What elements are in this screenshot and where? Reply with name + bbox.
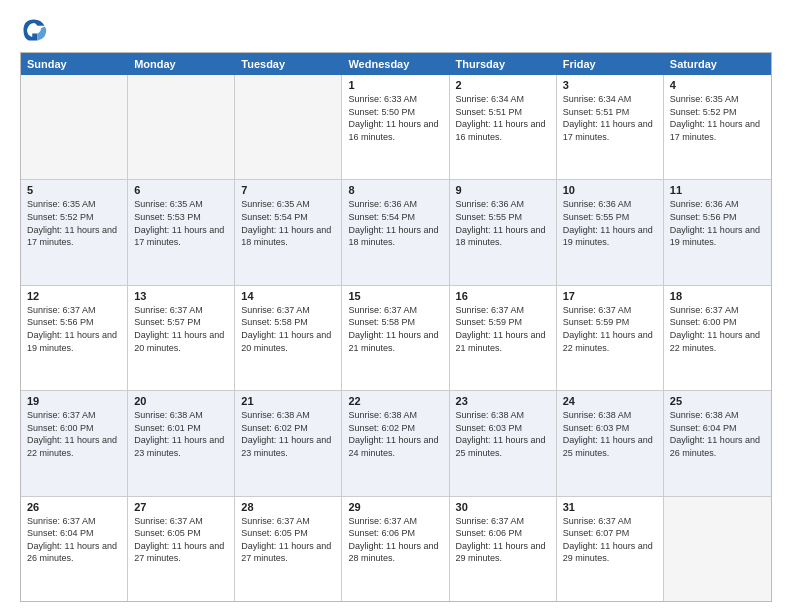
day-number: 7 — [241, 184, 335, 196]
day-cell-17: 17Sunrise: 6:37 AM Sunset: 5:59 PM Dayli… — [557, 286, 664, 390]
day-header-friday: Friday — [557, 53, 664, 75]
day-header-tuesday: Tuesday — [235, 53, 342, 75]
day-cell-3: 3Sunrise: 6:34 AM Sunset: 5:51 PM Daylig… — [557, 75, 664, 179]
day-number: 9 — [456, 184, 550, 196]
day-cell-9: 9Sunrise: 6:36 AM Sunset: 5:55 PM Daylig… — [450, 180, 557, 284]
day-info: Sunrise: 6:37 AM Sunset: 5:59 PM Dayligh… — [563, 304, 657, 354]
day-header-wednesday: Wednesday — [342, 53, 449, 75]
day-number: 20 — [134, 395, 228, 407]
calendar-row-1: 1Sunrise: 6:33 AM Sunset: 5:50 PM Daylig… — [21, 75, 771, 180]
day-number: 31 — [563, 501, 657, 513]
day-number: 25 — [670, 395, 765, 407]
day-cell-11: 11Sunrise: 6:36 AM Sunset: 5:56 PM Dayli… — [664, 180, 771, 284]
day-number: 1 — [348, 79, 442, 91]
empty-cell — [21, 75, 128, 179]
day-info: Sunrise: 6:38 AM Sunset: 6:01 PM Dayligh… — [134, 409, 228, 459]
day-number: 30 — [456, 501, 550, 513]
day-cell-13: 13Sunrise: 6:37 AM Sunset: 5:57 PM Dayli… — [128, 286, 235, 390]
day-info: Sunrise: 6:37 AM Sunset: 5:57 PM Dayligh… — [134, 304, 228, 354]
day-number: 8 — [348, 184, 442, 196]
day-number: 15 — [348, 290, 442, 302]
day-number: 10 — [563, 184, 657, 196]
day-cell-15: 15Sunrise: 6:37 AM Sunset: 5:58 PM Dayli… — [342, 286, 449, 390]
day-cell-2: 2Sunrise: 6:34 AM Sunset: 5:51 PM Daylig… — [450, 75, 557, 179]
day-number: 16 — [456, 290, 550, 302]
day-number: 3 — [563, 79, 657, 91]
logo-icon — [20, 16, 48, 44]
day-cell-25: 25Sunrise: 6:38 AM Sunset: 6:04 PM Dayli… — [664, 391, 771, 495]
day-info: Sunrise: 6:37 AM Sunset: 6:04 PM Dayligh… — [27, 515, 121, 565]
day-number: 17 — [563, 290, 657, 302]
day-cell-4: 4Sunrise: 6:35 AM Sunset: 5:52 PM Daylig… — [664, 75, 771, 179]
day-number: 21 — [241, 395, 335, 407]
day-info: Sunrise: 6:36 AM Sunset: 5:54 PM Dayligh… — [348, 198, 442, 248]
day-header-thursday: Thursday — [450, 53, 557, 75]
day-info: Sunrise: 6:36 AM Sunset: 5:55 PM Dayligh… — [456, 198, 550, 248]
day-info: Sunrise: 6:36 AM Sunset: 5:55 PM Dayligh… — [563, 198, 657, 248]
day-cell-21: 21Sunrise: 6:38 AM Sunset: 6:02 PM Dayli… — [235, 391, 342, 495]
header — [20, 16, 772, 44]
page: SundayMondayTuesdayWednesdayThursdayFrid… — [0, 0, 792, 612]
day-info: Sunrise: 6:36 AM Sunset: 5:56 PM Dayligh… — [670, 198, 765, 248]
day-number: 11 — [670, 184, 765, 196]
day-cell-23: 23Sunrise: 6:38 AM Sunset: 6:03 PM Dayli… — [450, 391, 557, 495]
day-cell-12: 12Sunrise: 6:37 AM Sunset: 5:56 PM Dayli… — [21, 286, 128, 390]
day-cell-6: 6Sunrise: 6:35 AM Sunset: 5:53 PM Daylig… — [128, 180, 235, 284]
calendar-row-2: 5Sunrise: 6:35 AM Sunset: 5:52 PM Daylig… — [21, 180, 771, 285]
day-cell-20: 20Sunrise: 6:38 AM Sunset: 6:01 PM Dayli… — [128, 391, 235, 495]
day-info: Sunrise: 6:38 AM Sunset: 6:03 PM Dayligh… — [456, 409, 550, 459]
day-number: 13 — [134, 290, 228, 302]
day-cell-19: 19Sunrise: 6:37 AM Sunset: 6:00 PM Dayli… — [21, 391, 128, 495]
day-info: Sunrise: 6:35 AM Sunset: 5:54 PM Dayligh… — [241, 198, 335, 248]
day-info: Sunrise: 6:37 AM Sunset: 6:00 PM Dayligh… — [27, 409, 121, 459]
day-cell-5: 5Sunrise: 6:35 AM Sunset: 5:52 PM Daylig… — [21, 180, 128, 284]
calendar-header: SundayMondayTuesdayWednesdayThursdayFrid… — [21, 53, 771, 75]
day-number: 22 — [348, 395, 442, 407]
empty-cell — [128, 75, 235, 179]
day-info: Sunrise: 6:37 AM Sunset: 6:06 PM Dayligh… — [348, 515, 442, 565]
day-header-sunday: Sunday — [21, 53, 128, 75]
day-cell-14: 14Sunrise: 6:37 AM Sunset: 5:58 PM Dayli… — [235, 286, 342, 390]
day-cell-28: 28Sunrise: 6:37 AM Sunset: 6:05 PM Dayli… — [235, 497, 342, 601]
day-header-saturday: Saturday — [664, 53, 771, 75]
day-info: Sunrise: 6:37 AM Sunset: 6:06 PM Dayligh… — [456, 515, 550, 565]
day-cell-29: 29Sunrise: 6:37 AM Sunset: 6:06 PM Dayli… — [342, 497, 449, 601]
day-number: 29 — [348, 501, 442, 513]
day-number: 28 — [241, 501, 335, 513]
calendar-row-4: 19Sunrise: 6:37 AM Sunset: 6:00 PM Dayli… — [21, 391, 771, 496]
day-number: 14 — [241, 290, 335, 302]
day-cell-7: 7Sunrise: 6:35 AM Sunset: 5:54 PM Daylig… — [235, 180, 342, 284]
day-number: 24 — [563, 395, 657, 407]
calendar-row-3: 12Sunrise: 6:37 AM Sunset: 5:56 PM Dayli… — [21, 286, 771, 391]
empty-cell — [664, 497, 771, 601]
day-cell-27: 27Sunrise: 6:37 AM Sunset: 6:05 PM Dayli… — [128, 497, 235, 601]
day-cell-1: 1Sunrise: 6:33 AM Sunset: 5:50 PM Daylig… — [342, 75, 449, 179]
day-info: Sunrise: 6:37 AM Sunset: 6:00 PM Dayligh… — [670, 304, 765, 354]
day-info: Sunrise: 6:34 AM Sunset: 5:51 PM Dayligh… — [563, 93, 657, 143]
day-cell-10: 10Sunrise: 6:36 AM Sunset: 5:55 PM Dayli… — [557, 180, 664, 284]
day-info: Sunrise: 6:34 AM Sunset: 5:51 PM Dayligh… — [456, 93, 550, 143]
day-cell-18: 18Sunrise: 6:37 AM Sunset: 6:00 PM Dayli… — [664, 286, 771, 390]
day-info: Sunrise: 6:37 AM Sunset: 5:59 PM Dayligh… — [456, 304, 550, 354]
day-number: 4 — [670, 79, 765, 91]
calendar: SundayMondayTuesdayWednesdayThursdayFrid… — [20, 52, 772, 602]
day-cell-22: 22Sunrise: 6:38 AM Sunset: 6:02 PM Dayli… — [342, 391, 449, 495]
day-number: 18 — [670, 290, 765, 302]
day-info: Sunrise: 6:38 AM Sunset: 6:04 PM Dayligh… — [670, 409, 765, 459]
day-cell-31: 31Sunrise: 6:37 AM Sunset: 6:07 PM Dayli… — [557, 497, 664, 601]
day-info: Sunrise: 6:38 AM Sunset: 6:02 PM Dayligh… — [348, 409, 442, 459]
logo — [20, 16, 52, 44]
day-cell-26: 26Sunrise: 6:37 AM Sunset: 6:04 PM Dayli… — [21, 497, 128, 601]
day-cell-8: 8Sunrise: 6:36 AM Sunset: 5:54 PM Daylig… — [342, 180, 449, 284]
day-number: 23 — [456, 395, 550, 407]
day-info: Sunrise: 6:37 AM Sunset: 6:05 PM Dayligh… — [241, 515, 335, 565]
day-number: 6 — [134, 184, 228, 196]
day-number: 26 — [27, 501, 121, 513]
day-number: 12 — [27, 290, 121, 302]
day-cell-24: 24Sunrise: 6:38 AM Sunset: 6:03 PM Dayli… — [557, 391, 664, 495]
day-info: Sunrise: 6:38 AM Sunset: 6:03 PM Dayligh… — [563, 409, 657, 459]
day-info: Sunrise: 6:37 AM Sunset: 6:07 PM Dayligh… — [563, 515, 657, 565]
day-info: Sunrise: 6:37 AM Sunset: 5:56 PM Dayligh… — [27, 304, 121, 354]
day-info: Sunrise: 6:33 AM Sunset: 5:50 PM Dayligh… — [348, 93, 442, 143]
calendar-body: 1Sunrise: 6:33 AM Sunset: 5:50 PM Daylig… — [21, 75, 771, 601]
